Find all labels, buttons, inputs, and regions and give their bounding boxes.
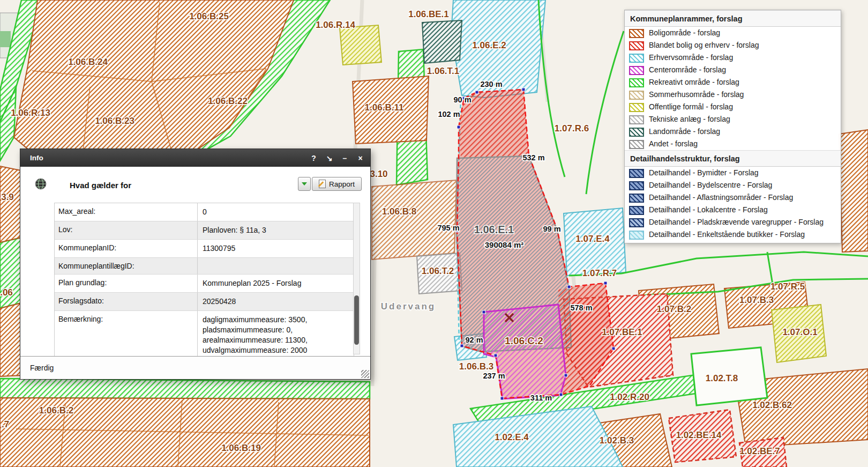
minimize-icon[interactable]: – <box>341 154 348 162</box>
legend-item-label: Andet - forslag <box>649 139 698 149</box>
legend-color-swatch <box>629 206 644 215</box>
legend-item: Detailhandel - Pladskrævende varegrupper… <box>625 216 841 228</box>
zone-label: 1.06.T.1 <box>427 66 460 76</box>
legend-item-label: Detailhandel - Enkeltstående butikker - … <box>649 230 805 239</box>
measurement-label: 90 m <box>453 95 471 104</box>
info-row-label: Plan grundlag: <box>55 275 197 292</box>
selection-vertex[interactable] <box>460 344 463 347</box>
report-dropdown-button[interactable] <box>298 177 311 191</box>
zone-label: 1.06.B.25 <box>189 11 229 21</box>
zone-label: 1.06.R.13 <box>11 108 50 118</box>
legend-item-label: Detailhandel - Pladskrævende varegrupper… <box>649 218 824 227</box>
measurement-label: 102 m <box>438 110 460 118</box>
legend-item: Detailhandel - Bydelscentre - Forslag <box>625 179 841 191</box>
legend-color-swatch <box>629 140 644 149</box>
info-row-value: dagligmaximummeasure: 3500, pladsmaximum… <box>197 311 354 356</box>
selection-vertex[interactable] <box>457 125 460 129</box>
info-row-label: KommuneplanID: <box>55 240 197 257</box>
legend-section-title: Detailhandelsstruktur, forslag <box>625 150 841 167</box>
close-icon[interactable]: × <box>357 154 364 162</box>
zone-label: 1.06.B.24 <box>68 57 108 67</box>
info-table-row: Bemærkning:dagligmaximummeasure: 3500, p… <box>55 311 354 356</box>
info-window-title: Info <box>30 154 43 162</box>
scrollbar-thumb[interactable] <box>354 295 359 345</box>
legend-color-swatch <box>629 181 644 190</box>
legend-item-label: Rekreativt område - forslag <box>649 78 739 87</box>
selection-vertex[interactable] <box>522 88 525 91</box>
legend-item: Blandet bolig og erhverv - forslag <box>625 39 841 51</box>
info-table-row: Max_areal:0 <box>55 203 354 221</box>
dock-icon[interactable]: ↘ <box>326 154 333 162</box>
legend-item-label: Detailhandel - Bymidter - Forslag <box>649 168 759 177</box>
zone-label: 1.06.B.2 <box>39 405 73 416</box>
legend-item-label: Landområde - forslag <box>649 127 720 136</box>
info-table-row: Lov:Planloven: § 11a, 3 <box>55 221 354 240</box>
zone-label: 1.06.R.14 <box>316 20 355 30</box>
selection-vertex[interactable] <box>559 393 563 396</box>
selection-vertex[interactable] <box>475 91 478 94</box>
zone-label: 1.07.O.1 <box>782 327 817 337</box>
legend-color-swatch <box>629 54 644 63</box>
legend-item: Sommerhusområde - forslag <box>625 88 841 101</box>
info-table-scrollbar[interactable] <box>353 203 360 354</box>
legend-color-swatch <box>629 128 644 137</box>
zone-label: 1.06.B.23 <box>95 116 134 126</box>
legend-item: Detailhandel - Bymidter - Forslag <box>625 167 841 179</box>
zone-label: 1.07.B.2 <box>657 304 691 314</box>
legend-item-label: Tekniske anlæg - forslag <box>649 115 730 124</box>
document-icon <box>319 180 326 188</box>
selection-vertex[interactable] <box>500 397 504 400</box>
selection-vertex[interactable] <box>494 354 497 357</box>
selection-vertex[interactable] <box>567 285 571 288</box>
measurement-label: 230 m <box>480 80 502 88</box>
legend-item-label: Detailhandel - Bydelscentre - Forslag <box>649 181 772 190</box>
zone-label: 1.06.C.2 <box>505 335 543 346</box>
legend-item-label: Detailhandel - Lokalcentre - Forslag <box>649 205 768 214</box>
resize-grip[interactable] <box>361 370 369 378</box>
measurement-label: 237 m <box>483 372 505 380</box>
legend-item: Detailhandel - Aflastningsområder - Fors… <box>625 191 841 204</box>
zone-label: 1.02.B.62 <box>752 400 792 410</box>
legend-color-swatch <box>629 103 644 112</box>
legend-item-label: Offentlige formål - forslag <box>649 102 733 112</box>
rapport-button[interactable]: Rapport <box>312 177 362 191</box>
chevron-down-icon <box>302 182 307 186</box>
map-fragment <box>0 31 11 47</box>
zone-label: 1.06.B.19 <box>221 443 261 453</box>
zone-label: 3.10 <box>370 169 387 179</box>
info-table-row: KommuneplanID:11300795 <box>55 240 354 258</box>
help-icon[interactable]: ? <box>310 154 317 162</box>
zone-label: 1.07.E.4 <box>575 234 610 244</box>
zone-label: 1.07.BE.1 <box>602 327 642 337</box>
selection-vertex[interactable] <box>482 310 485 314</box>
zone-label: 1.02.BE.14 <box>676 430 722 440</box>
zone-label: 1.07.R.6 <box>555 123 589 134</box>
measurement-label: 578 m <box>570 303 592 312</box>
info-statusbar: Færdig <box>20 356 370 379</box>
zone-label: 3.9 <box>1 192 14 202</box>
legend-color-swatch <box>629 115 644 124</box>
info-row-value: 11300795 <box>197 240 354 257</box>
selection-vertex[interactable] <box>564 374 567 377</box>
info-row-value: 20250428 <box>197 293 354 310</box>
legend-item-label: Boligområde - forslag <box>649 28 720 38</box>
zone-label: 1.06.E.2 <box>472 40 506 50</box>
legend-item: Tekniske anlæg - forslag <box>625 113 841 125</box>
selection-vertex[interactable] <box>612 347 615 350</box>
place-label: Udervang <box>381 301 436 312</box>
zone-label: 1.02.BE.7 <box>739 446 780 456</box>
zone-label: 1.02.T.8 <box>706 373 738 383</box>
info-window-body: Hvad gælder for Rapport Max_areal:0Lov:P… <box>20 167 370 356</box>
measurement-label: 795 m <box>437 224 459 232</box>
info-row-value <box>197 258 354 274</box>
info-heading: Hvad gælder for <box>70 181 131 190</box>
selection-vertex[interactable] <box>604 281 607 285</box>
legend-color-swatch <box>629 169 644 178</box>
info-row-label: Forslagsdato: <box>55 293 197 310</box>
legend-panel: Kommuneplanrammer, forslagBoligområde - … <box>624 10 841 243</box>
zone-label: 1.07.R.5 <box>770 281 805 292</box>
zone-label: .7 <box>2 419 9 429</box>
info-window-titlebar[interactable]: Info ? ↘ – × <box>20 149 370 167</box>
info-table-row: Plan grundlag:Kommuneplan 2025 - Forslag <box>55 275 354 293</box>
zone-label: 1.06.T.2 <box>422 266 454 276</box>
